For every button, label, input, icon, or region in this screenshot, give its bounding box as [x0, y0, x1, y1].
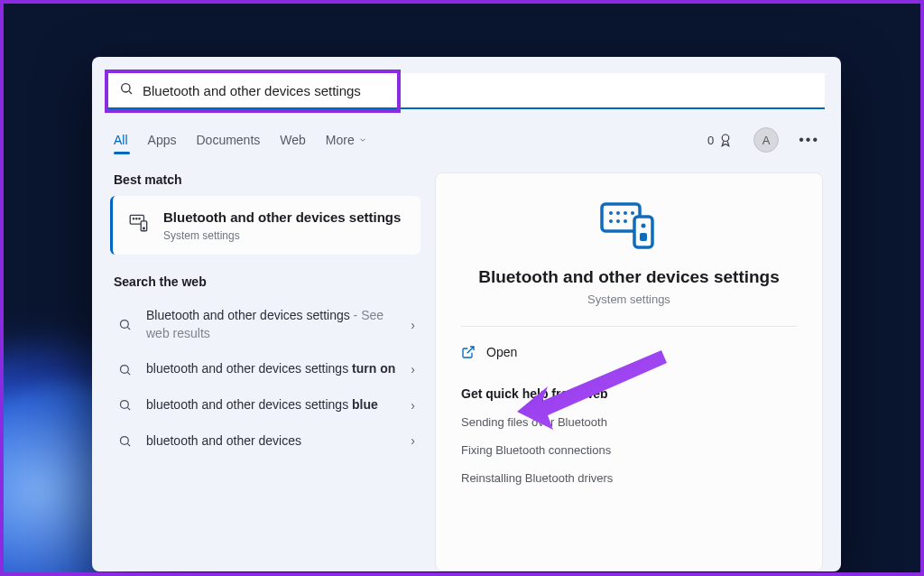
tab-web[interactable]: Web	[280, 127, 306, 153]
tab-documents-label: Documents	[196, 133, 260, 147]
filter-tab-bar: All Apps Documents Web More 0 A •••	[92, 127, 841, 153]
svg-point-21	[631, 211, 634, 215]
svg-point-2	[722, 135, 729, 142]
svg-point-0	[122, 84, 130, 92]
search-icon	[116, 398, 134, 412]
tab-apps-label: Apps	[148, 133, 177, 147]
svg-point-13	[120, 401, 128, 409]
svg-point-8	[143, 228, 145, 229]
web-result[interactable]: bluetooth and other devices settings tur…	[110, 351, 420, 387]
svg-point-15	[120, 436, 128, 444]
svg-point-26	[642, 224, 646, 228]
help-link[interactable]: Fixing Bluetooth connections	[461, 443, 797, 457]
detail-subtitle: System settings	[461, 293, 797, 306]
search-icon	[116, 363, 134, 376]
svg-rect-25	[634, 217, 652, 247]
best-match-result[interactable]: Bluetooth and other devices settings Sys…	[110, 196, 420, 255]
help-link[interactable]: Sending files over Bluetooth	[461, 415, 797, 429]
chevron-down-icon	[358, 135, 367, 144]
svg-point-18	[609, 211, 613, 215]
tab-web-label: Web	[280, 133, 306, 147]
search-icon	[116, 318, 134, 331]
web-result[interactable]: Bluetooth and other devices settings - S…	[110, 298, 420, 351]
svg-line-12	[127, 372, 130, 375]
web-results-section: Search the web Bluetooth and other devic…	[110, 274, 420, 459]
settings-devices-icon	[127, 210, 151, 234]
svg-line-10	[127, 328, 130, 330]
svg-point-19	[616, 211, 620, 215]
chevron-right-icon: ›	[411, 362, 415, 376]
chevron-right-icon: ›	[411, 433, 415, 448]
search-web-heading: Search the web	[110, 274, 420, 289]
svg-point-4	[133, 218, 134, 219]
more-options-button[interactable]: •••	[799, 132, 819, 148]
results-column: Best match Bluetooth and other devices s…	[110, 172, 420, 571]
tab-documents[interactable]: Documents	[196, 127, 260, 153]
rewards-medal-icon	[717, 132, 734, 148]
detail-panel: Bluetooth and other devices settings Sys…	[435, 172, 823, 571]
svg-line-1	[129, 91, 132, 94]
svg-point-5	[136, 218, 137, 219]
quick-help-heading: Get quick help from web	[461, 386, 797, 401]
svg-point-11	[120, 365, 128, 373]
svg-point-23	[616, 219, 620, 223]
web-result-text: bluetooth and other devices settings blu…	[146, 396, 398, 414]
web-result-text: bluetooth and other devices settings tur…	[146, 360, 398, 378]
web-result-text: bluetooth and other devices	[146, 432, 398, 451]
open-button[interactable]: Open	[461, 341, 797, 363]
chevron-right-icon: ›	[411, 398, 415, 413]
svg-point-22	[609, 219, 613, 223]
search-input[interactable]	[143, 83, 814, 98]
svg-point-6	[139, 218, 140, 219]
search-results-panel: All Apps Documents Web More 0 A ••• Best…	[92, 57, 841, 571]
user-avatar[interactable]: A	[753, 127, 779, 153]
web-result[interactable]: bluetooth and other devices settings blu…	[110, 387, 420, 423]
best-match-title: Bluetooth and other devices settings	[163, 209, 401, 227]
avatar-initial: A	[762, 134, 771, 147]
svg-line-28	[467, 347, 474, 353]
chevron-right-icon: ›	[411, 318, 415, 332]
help-link[interactable]: Reinstalling Bluetooth drivers	[461, 471, 797, 485]
best-match-heading: Best match	[110, 172, 420, 187]
active-tab-underline	[114, 152, 130, 154]
search-bar-container	[108, 73, 825, 109]
svg-point-9	[120, 321, 128, 329]
tab-more[interactable]: More	[326, 127, 367, 153]
web-result-text: Bluetooth and other devices settings - S…	[146, 307, 398, 342]
search-icon	[116, 434, 134, 448]
tab-apps[interactable]: Apps	[148, 127, 177, 153]
tab-all[interactable]: All	[114, 127, 128, 153]
rewards-indicator[interactable]: 0	[707, 132, 734, 148]
best-match-subtitle: System settings	[163, 229, 401, 242]
best-match-text: Bluetooth and other devices settings Sys…	[163, 209, 401, 242]
rewards-points: 0	[707, 134, 714, 147]
open-external-icon	[461, 345, 476, 359]
search-icon	[119, 81, 134, 99]
settings-devices-large-icon	[596, 199, 661, 251]
tab-all-label: All	[114, 133, 128, 147]
svg-line-14	[127, 408, 130, 411]
svg-point-24	[624, 219, 627, 223]
tab-more-label: More	[326, 133, 355, 147]
detail-title: Bluetooth and other devices settings	[461, 267, 797, 287]
open-label: Open	[486, 345, 517, 359]
divider	[461, 326, 797, 327]
svg-point-20	[624, 211, 627, 215]
svg-rect-27	[640, 233, 647, 241]
svg-line-16	[127, 443, 130, 446]
search-bar[interactable]	[108, 73, 825, 109]
web-result[interactable]: bluetooth and other devices ›	[110, 423, 420, 460]
content-columns: Best match Bluetooth and other devices s…	[92, 153, 841, 571]
detail-icon-wrap	[461, 199, 797, 251]
